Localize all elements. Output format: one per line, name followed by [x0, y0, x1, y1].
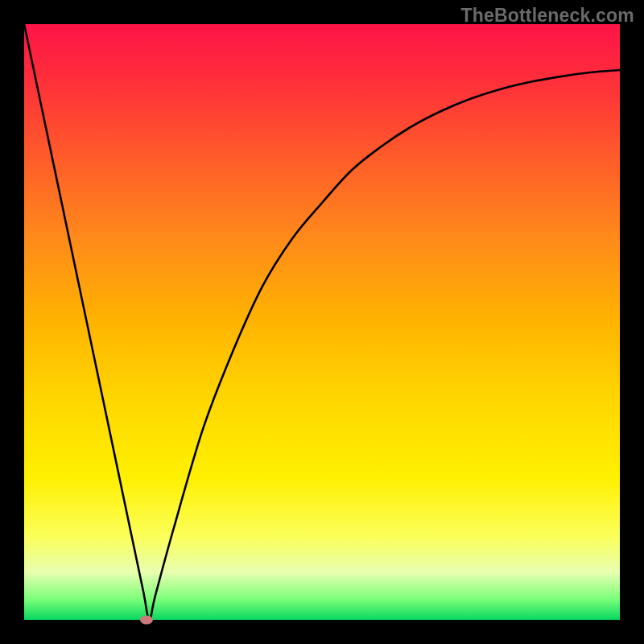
chart-frame: TheBottleneck.com: [0, 0, 644, 644]
watermark-text: TheBottleneck.com: [460, 5, 634, 27]
optimal-point-marker: [140, 616, 153, 625]
plot-area: [24, 24, 620, 620]
bottleneck-curve: [24, 24, 620, 620]
